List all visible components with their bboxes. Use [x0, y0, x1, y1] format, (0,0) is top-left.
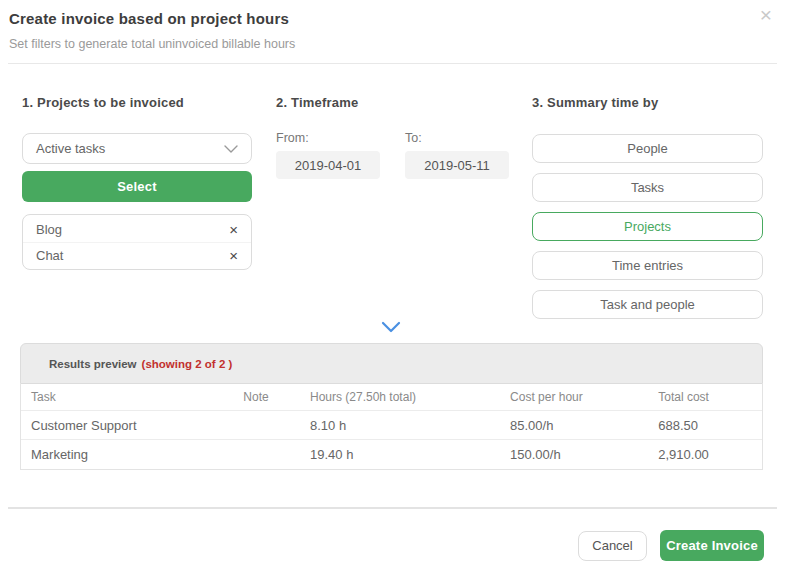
column-header: Total cost [658, 390, 762, 404]
dialog-footer: Cancel Create Invoice [578, 530, 764, 561]
cell-task: Customer Support [21, 418, 243, 433]
task-filter-value: Active tasks [36, 141, 105, 156]
dialog-subtitle: Set filters to generate total uninvoiced… [9, 37, 295, 51]
results-count-badge: (showing 2 of 2 ) [142, 358, 233, 370]
section-summary: 3. Summary time by PeopleTasksProjectsTi… [532, 95, 763, 110]
results-preview-header: Results preview (showing 2 of 2 ) [20, 343, 763, 384]
collapse-chevron-icon[interactable] [381, 319, 403, 333]
from-label: From: [276, 131, 309, 145]
chevron-down-icon [224, 145, 238, 153]
summary-option-task-and-people[interactable]: Task and people [532, 290, 763, 319]
results-preview-label: Results preview [49, 358, 137, 370]
summary-option-projects[interactable]: Projects [532, 212, 763, 241]
summary-options-list: PeopleTasksProjectsTime entriesTask and … [532, 134, 763, 329]
cell-hours: 19.40 h [310, 447, 510, 462]
results-table: TaskNoteHours (27.50h total)Cost per hou… [20, 384, 763, 470]
cell-total-cost: 688.50 [658, 418, 762, 433]
cell-total-cost: 2,910.00 [658, 447, 762, 462]
summary-option-people[interactable]: People [532, 134, 763, 163]
dialog-title: Create invoice based on project hours [9, 10, 289, 27]
selected-project-label: Blog [36, 222, 62, 237]
column-header: Task [21, 390, 243, 404]
cell-task: Marketing [21, 447, 243, 462]
section-projects: 1. Projects to be invoiced Active tasks … [22, 95, 252, 110]
column-header: Cost per hour [510, 390, 658, 404]
summary-option-time-entries[interactable]: Time entries [532, 251, 763, 280]
to-date-input[interactable]: 2019-05-11 [405, 151, 509, 179]
create-invoice-dialog: Create invoice based on project hours Se… [0, 0, 785, 578]
section-heading-summary: 3. Summary time by [532, 95, 763, 110]
header-divider [8, 63, 777, 64]
results-table-header-row: TaskNoteHours (27.50h total)Cost per hou… [21, 384, 762, 411]
create-invoice-button[interactable]: Create Invoice [660, 530, 764, 561]
footer-divider [8, 507, 777, 509]
table-row: Marketing19.40 h150.00/h2,910.00 [21, 440, 762, 469]
cell-cost-per-hour: 85.00/h [510, 418, 658, 433]
column-header: Hours (27.50h total) [310, 390, 510, 404]
results-preview-panel: Results preview (showing 2 of 2 ) TaskNo… [20, 343, 763, 470]
cancel-button[interactable]: Cancel [578, 531, 647, 561]
selected-project-label: Chat [36, 248, 63, 263]
task-filter-dropdown[interactable]: Active tasks [22, 133, 252, 164]
remove-item-icon[interactable]: × [229, 248, 238, 263]
from-date-input[interactable]: 2019-04-01 [276, 151, 380, 179]
column-header: Note [243, 390, 310, 404]
selected-project-item: Chat× [23, 242, 251, 267]
close-icon[interactable]: × [760, 4, 772, 25]
selected-projects-list: Blog×Chat× [22, 214, 252, 270]
selected-project-item: Blog× [23, 217, 251, 242]
table-row: Customer Support8.10 h85.00/h688.50 [21, 411, 762, 440]
cell-hours: 8.10 h [310, 418, 510, 433]
section-heading-timeframe: 2. Timeframe [276, 95, 508, 110]
select-button[interactable]: Select [22, 171, 252, 202]
cell-cost-per-hour: 150.00/h [510, 447, 658, 462]
results-table-body: Customer Support8.10 h85.00/h688.50Marke… [21, 411, 762, 469]
to-label: To: [405, 131, 422, 145]
section-timeframe: 2. Timeframe From: 2019-04-01 To: 2019-0… [276, 95, 508, 110]
remove-item-icon[interactable]: × [229, 222, 238, 237]
section-heading-projects: 1. Projects to be invoiced [22, 95, 252, 110]
summary-option-tasks[interactable]: Tasks [532, 173, 763, 202]
